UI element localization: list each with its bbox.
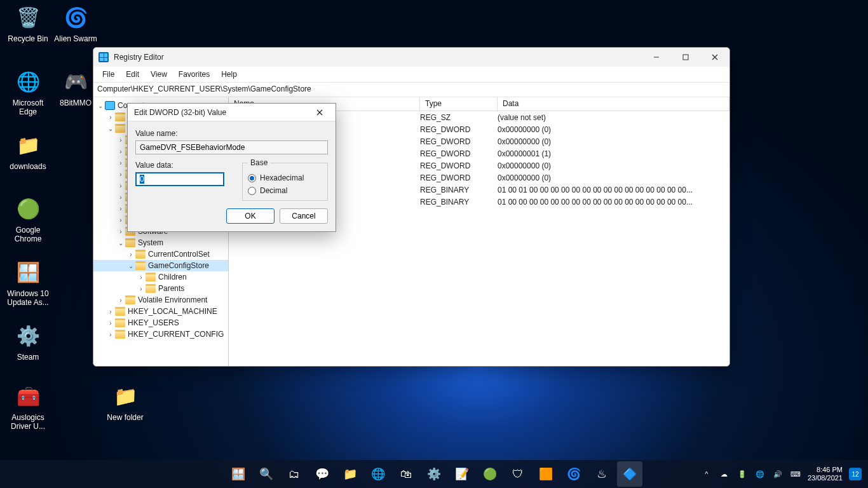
tree-twist-icon[interactable]: › [116,217,125,224]
desktop-icon-downloads[interactable]: 📁downloads [4,130,51,171]
taskbar-app-icon[interactable]: 🔷 [617,461,642,487]
taskbar-store-icon[interactable]: 🛍 [393,461,419,487]
8bitmmo-icon: 🎮 [61,67,90,96]
desktop-icon-recycle-bin[interactable]: 🗑️Recycle Bin [4,3,51,43]
tree-twist-icon[interactable]: › [106,308,115,315]
tree-node[interactable]: ⌄System [93,237,228,248]
tray-cloud-icon[interactable]: ☁ [719,470,730,478]
tray-battery-icon[interactable]: 🔋 [736,470,748,478]
tree-twist-icon[interactable]: › [137,274,146,281]
desktop-icon-8bitmmo[interactable]: 🎮8BitMMO [52,67,99,107]
address-bar[interactable]: Computer\HKEY_CURRENT_USER\System\GameCo… [93,82,729,97]
desktop-icon-new-folder[interactable]: 📁New folder [102,381,149,422]
downloads-icon: 📁 [13,130,43,159]
auslogics-icon: 🧰 [13,381,43,410]
tree-node[interactable]: ›Volatile Environment [93,294,228,306]
maximize-button[interactable] [671,48,700,67]
value-data-input[interactable] [135,172,224,186]
tree-twist-icon[interactable]: › [116,297,125,304]
svg-rect-1 [683,55,688,60]
col-type[interactable]: Type [420,97,498,111]
win10-update-icon: 🪟 [13,257,43,287]
folder-icon [115,112,125,121]
menu-favorites[interactable]: Favorites [173,69,215,80]
col-data[interactable]: Data [498,97,729,111]
tray-ime-icon[interactable]: ⌨ [790,470,801,478]
taskbar-defender-icon[interactable]: 🛡 [505,461,531,487]
folder-icon [146,284,156,293]
menu-file[interactable]: File [97,69,119,80]
desktop-icon-steam[interactable]: ⚙️Steam [4,321,51,362]
tray-chevron-icon[interactable]: ^ [701,470,712,478]
tree-node[interactable]: ›Parents [93,283,228,294]
notification-badge[interactable]: 12 [849,468,862,480]
menu-view[interactable]: View [146,69,172,80]
tree-node[interactable]: ›Children [93,271,228,283]
tree-twist-icon[interactable]: › [116,205,125,212]
close-button[interactable] [700,48,729,67]
taskbar-settings-icon[interactable]: ⚙️ [421,461,447,487]
tree-node[interactable]: ›HKEY_CURRENT_CONFIG [93,329,228,340]
tree-twist-icon[interactable]: ⌄ [96,102,105,109]
desktop-icon-auslogics[interactable]: 🧰Auslogics Driver U... [4,381,51,431]
desktop-icon-chrome[interactable]: 🟢Google Chrome [4,194,51,244]
folder-icon [125,238,135,247]
tree-twist-icon[interactable]: ⌄ [116,240,125,247]
taskbar-chat-icon[interactable]: 💬 [309,461,335,487]
taskbar-alienswarm-icon[interactable]: 🌀 [561,461,587,487]
tree-twist-icon[interactable]: › [116,171,125,178]
radio-hexadecimal[interactable]: Hexadecimal [248,173,322,182]
tree-twist-icon[interactable]: › [116,182,125,189]
desktop-icon-alien-swarm[interactable]: 🌀Alien Swarm [52,3,99,43]
tray-network-icon[interactable]: 🌐 [754,470,766,478]
tree-twist-icon[interactable]: › [126,251,135,258]
tree-node[interactable]: ⌄GameConfigStore [93,260,228,271]
desktop-icon-win10-update[interactable]: 🪟Windows 10 Update As... [4,257,51,308]
taskbar-explorer-icon[interactable]: 📁 [337,461,363,487]
tree-twist-icon[interactable]: ⌄ [126,262,135,269]
system-tray: ^ ☁ 🔋 🌐 🔊 ⌨ 8:46 PM 23/08/2021 12 [701,466,868,482]
tree-twist-icon[interactable]: › [106,331,115,338]
folder-icon [146,273,156,281]
taskbar-steam-icon[interactable]: ♨ [589,461,614,487]
taskbar-edge-icon[interactable]: 🌐 [365,461,391,487]
taskbar-origin-icon[interactable]: 🟧 [533,461,559,487]
tree-twist-icon[interactable]: › [116,228,125,235]
taskbar-word-icon[interactable]: 📝 [449,461,475,487]
value-data-label: Value data: [135,161,234,170]
recycle-bin-icon: 🗑️ [13,3,43,32]
tree-twist-icon[interactable]: › [116,148,125,155]
pc-icon [105,101,115,110]
titlebar[interactable]: Registry Editor [93,48,729,67]
desktop-icon-edge[interactable]: 🌐Microsoft Edge [4,67,51,117]
minimize-button[interactable] [642,48,671,67]
tree-twist-icon[interactable]: › [106,114,115,121]
tree-twist-icon[interactable]: › [137,285,146,292]
taskbar-taskview-icon[interactable]: 🗂 [281,461,307,487]
taskbar-search-icon[interactable]: 🔍 [254,461,279,487]
dialog-titlebar[interactable]: Edit DWORD (32-bit) Value [128,104,336,121]
menu-help[interactable]: Help [216,69,242,80]
tree-node[interactable]: ›HKEY_LOCAL_MACHINE [93,306,228,317]
tree-twist-icon[interactable]: › [106,320,115,327]
folder-icon [115,330,125,339]
tree-twist-icon[interactable]: › [116,159,125,166]
tray-volume-icon[interactable]: 🔊 [772,470,783,478]
taskbar-chrome-icon[interactable]: 🟢 [477,461,503,487]
value-name-label: Value name: [135,129,328,138]
dialog-title: Edit DWORD (32-bit) Value [134,108,226,117]
radio-decimal[interactable]: Decimal [248,186,322,195]
tree-node[interactable]: ›HKEY_USERS [93,317,228,329]
base-label: Base [248,158,270,167]
menu-edit[interactable]: Edit [121,69,144,80]
value-name-input[interactable] [135,140,328,154]
tree-twist-icon[interactable]: › [116,194,125,201]
tree-twist-icon[interactable]: › [116,137,125,144]
dialog-close-button[interactable] [310,104,329,121]
tree-twist-icon[interactable]: ⌄ [106,125,115,132]
tree-node[interactable]: ›CurrentControlSet [93,248,228,260]
ok-button[interactable]: OK [226,208,275,224]
taskbar-start-icon[interactable]: 🪟 [226,461,251,487]
cancel-button[interactable]: Cancel [280,208,328,224]
clock[interactable]: 8:46 PM 23/08/2021 [808,466,843,482]
